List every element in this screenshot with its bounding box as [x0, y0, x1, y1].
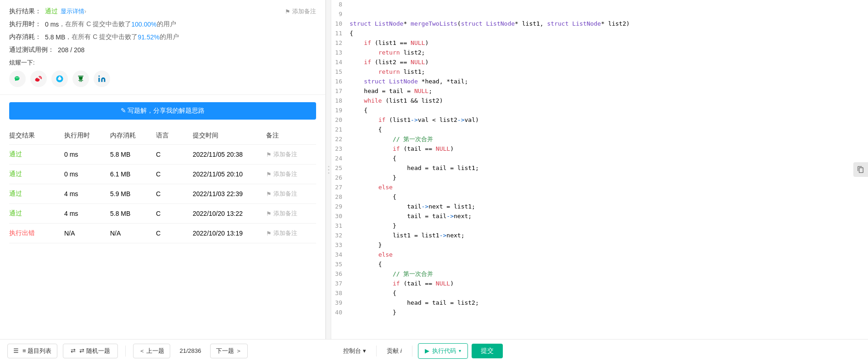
- code-line: 15 return list1;: [331, 67, 868, 77]
- row-lang: C: [156, 151, 193, 158]
- line-number: 18: [331, 96, 350, 106]
- svg-rect-0: [78, 76, 83, 77]
- line-content: list1 = list1->next;: [350, 231, 868, 241]
- flag-icon: ⚑: [266, 230, 272, 237]
- weibo-icon[interactable]: [30, 71, 47, 87]
- panel-divider[interactable]: [326, 0, 331, 339]
- row-time: 4 ms: [64, 190, 110, 197]
- next-button[interactable]: 下一题 ＞: [210, 344, 248, 358]
- douban-icon[interactable]: [72, 71, 89, 87]
- line-number: 12: [331, 38, 350, 48]
- col-status: 提交结果: [9, 132, 64, 140]
- flag-icon: ⚑: [285, 8, 290, 15]
- submit-button[interactable]: 提交: [472, 344, 503, 358]
- linkedin-icon[interactable]: [94, 71, 110, 87]
- line-number: 15: [331, 67, 350, 77]
- add-note-top-button[interactable]: ⚑ 添加备注: [285, 7, 316, 16]
- line-number: 10: [331, 19, 350, 29]
- line-content: // 第一次合并: [350, 135, 868, 144]
- line-content: return list2;: [350, 48, 868, 58]
- row-status[interactable]: 通过: [9, 209, 64, 218]
- code-line: 28 {: [331, 192, 868, 202]
- run-label: 执行代码: [432, 347, 456, 355]
- problem-list-button[interactable]: ☰ ≡ 题目列表: [7, 344, 57, 358]
- line-content: tail->next = list1;: [350, 202, 868, 212]
- play-icon: ▶: [425, 347, 429, 354]
- add-note-button[interactable]: ⚑ 添加备注: [266, 190, 316, 198]
- line-content: else: [350, 250, 868, 260]
- row-status[interactable]: 通过: [9, 170, 64, 178]
- mem-pct: 91.52%: [138, 33, 159, 41]
- line-number: 13: [331, 48, 350, 58]
- code-line: 18 while (list1 && list2): [331, 96, 868, 106]
- detail-link[interactable]: 显示详情: [61, 7, 84, 16]
- toolbar-divider-2: [376, 346, 377, 357]
- random-button[interactable]: ⇄ ⇄ 随机一题: [63, 344, 118, 358]
- add-note-button[interactable]: ⚑ 添加备注: [266, 209, 316, 218]
- row-time: 0 ms: [64, 170, 110, 178]
- code-line: 17 head = tail = NULL;: [331, 87, 868, 96]
- toolbar-divider: [125, 346, 126, 357]
- code-line: 21 {: [331, 125, 868, 135]
- flag-icon: ⚑: [266, 191, 272, 197]
- code-line: 9: [331, 10, 868, 19]
- code-line: 24 {: [331, 154, 868, 164]
- line-number: 28: [331, 192, 350, 202]
- col-lang: 语言: [156, 132, 193, 140]
- submission-table: 提交结果 执行用时 内存消耗 语言 提交时间 备注 通过 0 ms 5.8 MB…: [0, 127, 325, 339]
- add-note-button[interactable]: ⚑ 添加备注: [266, 229, 316, 237]
- add-note-button[interactable]: ⚑ 添加备注: [266, 150, 316, 159]
- qq-icon[interactable]: [51, 71, 68, 87]
- social-icons: [9, 71, 316, 87]
- code-line: 38 {: [331, 289, 868, 298]
- line-content: while (list1 && list2): [350, 96, 868, 106]
- line-content: else: [350, 183, 868, 192]
- contribute-button[interactable]: 贡献 i: [382, 344, 406, 358]
- line-content: head = tail = list1;: [350, 164, 868, 173]
- code-line: 11 {: [331, 29, 868, 38]
- wechat-icon[interactable]: [9, 71, 26, 87]
- row-status[interactable]: 通过: [9, 150, 64, 159]
- row-status[interactable]: 通过: [9, 190, 64, 198]
- svg-point-4: [99, 76, 100, 77]
- line-content: {: [350, 154, 868, 164]
- row-mem: 6.1 MB: [110, 170, 156, 178]
- prev-button[interactable]: ＜ 上一题: [133, 344, 171, 358]
- row-mem: 5.8 MB: [110, 210, 156, 217]
- code-editor[interactable]: 8 9 10 struct ListNode* mergeTwoLists(st…: [331, 0, 868, 339]
- row-mem: 5.8 MB: [110, 151, 156, 158]
- line-content: // 第一次合并: [350, 269, 868, 279]
- run-code-button[interactable]: ▶ 执行代码 ▾: [418, 343, 468, 359]
- add-note-button[interactable]: ⚑ 添加备注: [266, 170, 316, 178]
- result-row-time: 执行用时： 0 ms ，在所有 C 提交中击败了 100.00% 的用户: [9, 20, 316, 28]
- write-solution-button[interactable]: ✎ 写题解，分享我的解题思路: [9, 102, 316, 120]
- line-number: 27: [331, 183, 350, 192]
- mem-users: 的用户: [160, 33, 179, 41]
- line-number: 35: [331, 260, 350, 269]
- result-label: 执行结果：: [9, 7, 41, 16]
- line-content: if (list1->val < list2->val): [350, 115, 868, 125]
- clipboard-icon[interactable]: [853, 162, 868, 177]
- toolbar-left: ☰ ≡ 题目列表 ⇄ ⇄ 随机一题 ＜ 上一题 21/2836 下一题 ＞: [7, 344, 333, 358]
- line-number: 32: [331, 231, 350, 241]
- line-content: }: [350, 173, 868, 183]
- flag-icon: ⚑: [266, 171, 272, 178]
- line-number: 33: [331, 241, 350, 250]
- row-status[interactable]: 执行出错: [9, 229, 64, 237]
- line-content: if (list1 == NULL): [350, 38, 868, 48]
- line-number: 31: [331, 221, 350, 231]
- line-content: {: [350, 260, 868, 269]
- console-button[interactable]: 控制台 ▾: [339, 344, 371, 358]
- line-number: 20: [331, 115, 350, 125]
- row-lang: C: [156, 210, 193, 217]
- code-line: 10 struct ListNode* mergeTwoLists(struct…: [331, 19, 868, 29]
- line-number: 19: [331, 106, 350, 115]
- col-submit-time: 提交时间: [193, 132, 266, 140]
- mem-value: 5.8 MB: [45, 33, 65, 41]
- flag-icon: ⚑: [266, 210, 272, 217]
- line-number: 16: [331, 77, 350, 87]
- table-row: 执行出错 N/A N/A C 2022/10/20 13:19 ⚑ 添加备注: [9, 224, 316, 243]
- code-line: 30 tail = tail->next;: [331, 212, 868, 221]
- table-row: 通过 4 ms 5.8 MB C 2022/10/20 13:22 ⚑ 添加备注: [9, 204, 316, 224]
- row-submit-time: 2022/10/20 13:22: [193, 210, 266, 217]
